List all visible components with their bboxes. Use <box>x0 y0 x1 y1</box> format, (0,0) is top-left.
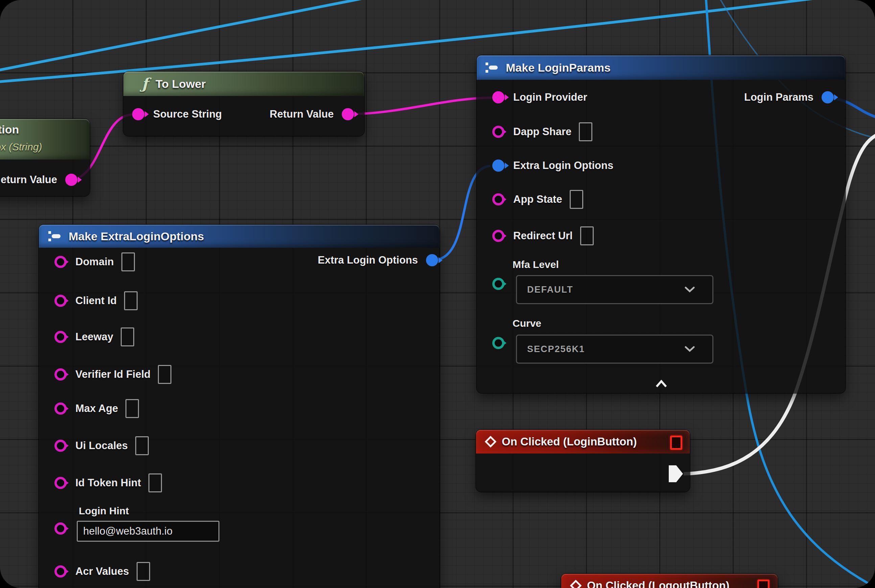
login-params-out-label: Login Params <box>744 91 813 104</box>
event-diamond-icon <box>570 580 582 588</box>
return-value-pin[interactable] <box>65 174 77 186</box>
source-string-pin[interactable] <box>132 108 144 120</box>
source-string-label: Source String <box>153 108 222 120</box>
node-make-login-params-header[interactable]: Make LoginParams <box>477 56 845 80</box>
id-token-hint-value-box[interactable] <box>149 474 162 492</box>
node-to-lower[interactable]: ƒ To Lower Source String Return Value <box>123 72 364 136</box>
extra-login-options-in-label: Extra Login Options <box>513 159 613 172</box>
node-on-clicked-login-button[interactable]: On Clicked (LoginButton) <box>476 430 690 492</box>
mfa-level-dropdown[interactable]: DEFAULT <box>516 275 713 304</box>
wire-blue-top-steep <box>0 0 368 70</box>
node-title: On Clicked (LoginButton) <box>502 435 637 448</box>
delegate-pin[interactable] <box>670 436 682 450</box>
max-age-label: Max Age <box>75 402 118 415</box>
verifier-id-field-label: Verifier Id Field <box>75 368 150 381</box>
wire-pink-tolower-to-loginprovider <box>349 98 492 114</box>
curve-pin[interactable] <box>492 337 504 349</box>
collapse-node-chevron[interactable] <box>655 380 668 388</box>
redirect-url-row: Redirect Url <box>492 224 594 248</box>
source-string-row: Source String <box>132 102 222 126</box>
id-token-hint-label: Id Token Hint <box>75 477 141 489</box>
node-partial-function[interactable]: tion ox (String) eturn Value <box>0 119 90 196</box>
login-params-out-row: Login Params <box>744 86 834 109</box>
login-provider-row: Login Provider <box>492 86 587 109</box>
domain-pin[interactable] <box>54 256 67 268</box>
node-on-clicked-logout-button[interactable]: On Clicked (LogoutButton) <box>561 574 777 588</box>
node-title: Make LoginParams <box>506 61 610 74</box>
id-token-hint-row: Id Token Hint <box>54 471 162 495</box>
node-make-extra-login-options[interactable]: Make ExtraLoginOptions Extra Login Optio… <box>39 225 439 588</box>
leeway-label: Leeway <box>75 331 113 343</box>
mfa-level-pin[interactable] <box>492 278 504 290</box>
node-on-clicked-logout-header[interactable]: On Clicked (LogoutButton) <box>561 574 777 588</box>
app-state-pin[interactable] <box>492 193 504 206</box>
leeway-pin[interactable] <box>54 331 67 343</box>
leeway-row: Leeway <box>54 325 134 349</box>
acr-values-row: Acr Values <box>54 560 150 583</box>
node-title: tion <box>0 123 19 136</box>
leeway-value-box[interactable] <box>121 327 134 346</box>
verifier-id-field-pin[interactable] <box>54 368 67 381</box>
acr-values-value-box[interactable] <box>137 562 150 581</box>
verifier-id-field-row: Verifier Id Field <box>54 363 171 386</box>
login-hint-label: Login Hint <box>79 505 129 517</box>
id-token-hint-pin[interactable] <box>54 477 67 489</box>
login-hint-pin[interactable] <box>54 522 67 535</box>
extra-login-options-in-pin[interactable] <box>492 159 504 172</box>
login-hint-input[interactable]: hello@web3auth.io <box>77 521 220 542</box>
domain-value-box[interactable] <box>121 252 135 272</box>
node-make-login-params[interactable]: Make LoginParams Login Provider Login Pa… <box>477 56 845 393</box>
login-provider-pin[interactable] <box>492 91 504 104</box>
node-title: On Clicked (LogoutButton) <box>587 579 730 588</box>
node-partial-function-header[interactable]: tion ox (String) <box>0 119 90 159</box>
acr-values-pin[interactable] <box>54 566 67 578</box>
make-struct-icon <box>48 231 63 242</box>
dapp-share-label: Dapp Share <box>513 126 571 138</box>
mfa-level-label: Mfa Level <box>513 259 559 270</box>
chevron-down-icon <box>685 346 695 352</box>
blueprint-canvas[interactable]: tion ox (String) eturn Value ƒ To Lower … <box>0 0 875 588</box>
make-struct-icon <box>485 62 500 74</box>
client-id-pin[interactable] <box>54 295 67 307</box>
dapp-share-value-box[interactable] <box>579 122 592 141</box>
ui-locales-pin[interactable] <box>54 440 67 452</box>
node-make-elo-header[interactable]: Make ExtraLoginOptions <box>39 225 439 248</box>
extra-login-options-out-pin[interactable] <box>426 254 438 266</box>
event-diamond-icon <box>485 436 496 447</box>
app-state-value-box[interactable] <box>570 190 583 209</box>
mfa-level-value: DEFAULT <box>517 285 573 295</box>
delegate-pin[interactable] <box>757 579 770 588</box>
return-value-pin[interactable] <box>342 108 354 120</box>
max-age-value-box[interactable] <box>125 399 139 418</box>
chevron-down-icon <box>685 286 695 292</box>
curve-label: Curve <box>513 318 541 329</box>
max-age-row: Max Age <box>54 397 139 420</box>
extra-login-options-out-label: Extra Login Options <box>318 254 418 266</box>
return-value-row: Return Value <box>270 102 354 126</box>
client-id-value-box[interactable] <box>124 291 138 310</box>
exec-output-pin[interactable] <box>668 465 684 483</box>
redirect-url-pin[interactable] <box>492 230 504 242</box>
client-id-row: Client Id <box>54 289 138 313</box>
return-value-label: Return Value <box>270 108 334 120</box>
node-on-clicked-login-header[interactable]: On Clicked (LoginButton) <box>476 430 690 453</box>
ui-locales-row: Ui Locales <box>54 434 149 458</box>
client-id-label: Client Id <box>75 295 117 307</box>
ui-locales-value-box[interactable] <box>135 436 149 455</box>
verifier-id-field-value-box[interactable] <box>158 365 171 384</box>
login-params-out-pin[interactable] <box>822 91 834 104</box>
ui-locales-label: Ui Locales <box>75 440 128 452</box>
redirect-url-value-box[interactable] <box>580 226 594 245</box>
redirect-url-label: Redirect Url <box>513 230 573 242</box>
acr-values-label: Acr Values <box>75 566 129 578</box>
return-value-row: eturn Value <box>1 168 77 192</box>
node-to-lower-header[interactable]: ƒ To Lower <box>123 72 364 96</box>
function-icon: ƒ <box>142 76 148 91</box>
login-provider-label: Login Provider <box>513 91 587 104</box>
dapp-share-row: Dapp Share <box>492 120 592 144</box>
node-title: Make ExtraLoginOptions <box>69 230 204 243</box>
node-subtitle: ox (String) <box>0 141 42 153</box>
max-age-pin[interactable] <box>54 402 67 415</box>
dapp-share-pin[interactable] <box>492 126 504 138</box>
curve-dropdown[interactable]: SECP256K1 <box>516 334 713 364</box>
